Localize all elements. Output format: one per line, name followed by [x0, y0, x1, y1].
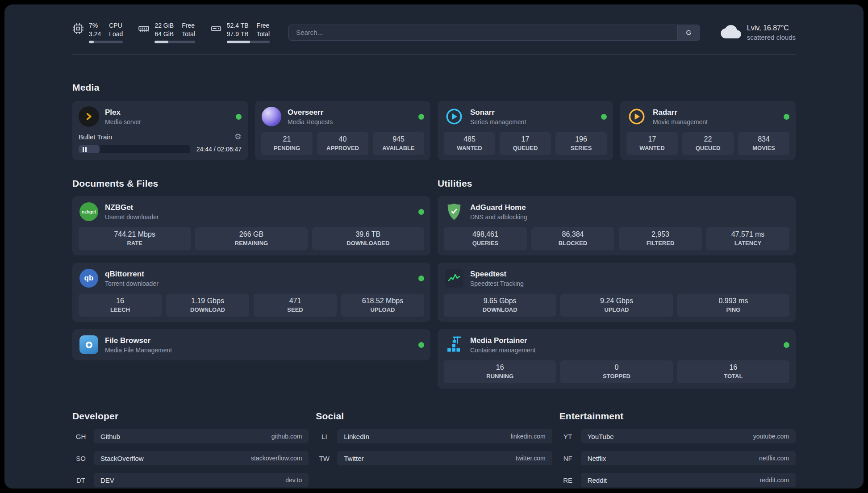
link-netflix[interactable]: Netflix netflix.com	[581, 451, 796, 465]
stat-tile: 196 SERIES	[555, 132, 607, 155]
link-dev[interactable]: DEV dev.to	[94, 473, 309, 487]
gear-icon[interactable]: ⚙	[234, 133, 242, 141]
stat-label: UPLOAD	[343, 306, 422, 313]
service-name[interactable]: Radarr	[653, 108, 708, 117]
link-abbr: NF	[559, 451, 576, 465]
cpu-progress-fill	[89, 41, 94, 43]
service-name[interactable]: Overseerr	[288, 108, 333, 117]
link-reddit[interactable]: Reddit reddit.com	[581, 473, 796, 487]
qbittorrent-icon[interactable]: qb	[79, 269, 98, 288]
stat-tile: 2,953 FILTERED	[619, 227, 702, 250]
service-name[interactable]: qBittorrent	[105, 270, 159, 279]
service-name[interactable]: NZBGet	[105, 203, 159, 212]
link-row: GH Github github.com	[72, 429, 309, 443]
ram-total-value: 64 GiB	[154, 30, 174, 38]
service-name[interactable]: Speedtest	[470, 270, 524, 279]
stat-label: PING	[679, 306, 788, 313]
ram-icon	[138, 23, 150, 34]
status-dot	[418, 276, 424, 281]
status-dot	[601, 114, 607, 120]
filebrowser-card[interactable]: File Browser Media File Management	[72, 329, 430, 360]
disk-progress-bar	[227, 41, 270, 43]
link-abbr: RE	[559, 473, 576, 487]
speedtest-card[interactable]: Speedtest Speedtest Tracking 9.65 Gbps D…	[438, 263, 796, 322]
link-url: linkedin.com	[511, 433, 546, 440]
status-dot	[236, 114, 242, 120]
cpu-icon	[72, 23, 84, 34]
link-stackoverflow[interactable]: StackOverflow stackoverflow.com	[94, 451, 309, 465]
service-name[interactable]: Media Portainer	[470, 336, 535, 345]
entertainment-section: Entertainment YT YouTube youtube.com NF …	[559, 411, 796, 487]
stat-label: WANTED	[628, 145, 676, 151]
disk-free-value: 52.4 TB	[227, 21, 249, 29]
stat-value: 9.65 Gbps	[446, 297, 554, 305]
status-dot	[418, 114, 424, 120]
seek-bar[interactable]	[79, 145, 190, 153]
link-row: DT DEV dev.to	[72, 473, 309, 487]
stat-value: 744.21 Mbps	[80, 230, 189, 238]
stat-value: 86,384	[533, 230, 613, 238]
link-url: reddit.com	[760, 476, 789, 484]
link-name: Reddit	[588, 476, 607, 484]
link-name: Netflix	[588, 455, 606, 462]
plex-card[interactable]: Plex Media server Bullet Train ⚙	[72, 101, 248, 160]
stat-tile: 39.6 TB DOWNLOADED	[312, 227, 424, 250]
header-divider	[72, 54, 796, 54]
service-name[interactable]: Plex	[105, 108, 141, 117]
adguard-icon[interactable]	[444, 201, 464, 222]
service-name[interactable]: Sonarr	[470, 108, 526, 117]
radarr-card[interactable]: Radarr Movie management 17 WANTED 22 QUE…	[620, 101, 796, 160]
stat-value: 39.6 TB	[314, 230, 422, 238]
link-twitter[interactable]: Twitter twitter.com	[337, 451, 552, 465]
stat-value: 16	[80, 297, 160, 305]
plex-icon[interactable]	[79, 106, 99, 127]
media-section: Media Plex Media server	[72, 82, 796, 160]
stat-value: 21	[263, 135, 311, 143]
portainer-icon[interactable]	[444, 334, 464, 355]
stat-tile: 266 GB REMAINING	[195, 227, 307, 250]
stat-label: UPLOAD	[562, 306, 671, 313]
stat-value: 485	[446, 135, 493, 143]
link-youtube[interactable]: YouTube youtube.com	[581, 429, 796, 443]
search-engine-button[interactable]: G	[677, 25, 700, 40]
stat-label: RATE	[80, 240, 189, 246]
speedtest-icon[interactable]	[445, 269, 463, 288]
radarr-icon[interactable]	[626, 106, 647, 127]
stat-label: DOWNLOAD	[446, 306, 554, 313]
cpu-progress-bar	[89, 41, 123, 43]
service-name[interactable]: File Browser	[105, 336, 172, 345]
portainer-card[interactable]: Media Portainer Container management 16 …	[438, 329, 796, 389]
filebrowser-icon[interactable]	[79, 335, 98, 354]
stat-label: STOPPED	[562, 373, 671, 380]
link-github[interactable]: Github github.com	[94, 429, 309, 443]
nzbget-icon[interactable]: nzbget	[79, 202, 98, 221]
service-name[interactable]: AdGuard Home	[470, 203, 527, 212]
overseerr-card[interactable]: Overseerr Media Requests 21 PENDING 40 A…	[255, 101, 430, 160]
link-linkedin[interactable]: LinkedIn linkedin.com	[337, 429, 552, 443]
link-name: Twitter	[344, 455, 363, 462]
media-section-title: Media	[72, 82, 796, 93]
adguard-card[interactable]: AdGuard Home DNS and adblocking 498,461 …	[438, 196, 796, 255]
pause-icon[interactable]	[83, 147, 87, 152]
qbittorrent-card[interactable]: qb qBittorrent Torrent downloader 16 LEE…	[72, 263, 430, 322]
sonarr-icon[interactable]	[444, 106, 464, 127]
dashboard: 7% CPU 3.24 Load	[4, 4, 864, 489]
sonarr-card[interactable]: Sonarr Series management 485 WANTED 17 Q…	[438, 101, 613, 160]
nzbget-card[interactable]: nzbget NZBGet Usenet downloader 744.21 M…	[72, 196, 430, 255]
utilities-section: Utilities AdGuard Home	[438, 178, 796, 389]
stat-label: TOTAL	[679, 373, 788, 380]
overseerr-icon[interactable]	[262, 107, 281, 126]
link-row: SO StackOverflow stackoverflow.com	[72, 451, 309, 465]
ram-widget: 22 GiB Free 64 GiB Total	[138, 21, 195, 43]
service-subtitle: Series management	[470, 118, 526, 125]
utilities-section-title: Utilities	[438, 178, 796, 189]
link-row: LI LinkedIn linkedin.com	[316, 429, 552, 443]
search-input[interactable]	[289, 25, 677, 40]
link-abbr: DT	[72, 473, 89, 487]
stat-tile: 9.65 Gbps DOWNLOAD	[444, 294, 556, 317]
stat-value: 17	[628, 135, 676, 143]
stat-label: DOWNLOAD	[168, 306, 247, 313]
link-row: YT YouTube youtube.com	[559, 429, 796, 443]
status-dot	[784, 114, 789, 120]
search-bar: G	[288, 25, 700, 41]
